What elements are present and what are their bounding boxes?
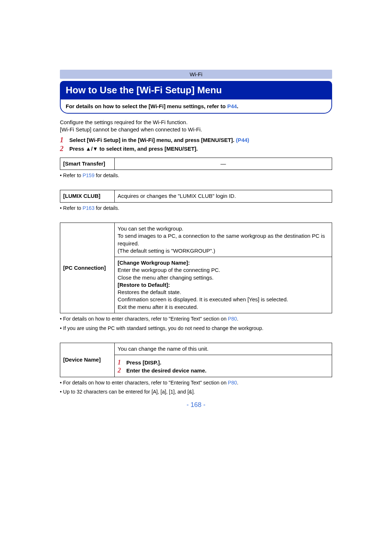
inner-step-text: Press [DISP.].: [126, 359, 161, 366]
table-label: [PC Connection]: [60, 223, 115, 313]
step-text: Select [Wi-Fi Setup] in the [Wi-Fi] menu…: [69, 136, 249, 144]
intro-line-1: Configure the settings required for the …: [60, 119, 332, 126]
pc-line: You can set the workgroup.: [118, 225, 329, 232]
inner-steps: 1 Press [DISP.]. 2 Enter the desired dev…: [118, 359, 329, 374]
step-1-text: Select [Wi-Fi Setup] in the [Wi-Fi] menu…: [69, 137, 236, 143]
page-number: - 168 -: [0, 401, 392, 409]
details-callout: For details on how to select the [Wi-Fi]…: [60, 99, 332, 114]
link-p44-inline[interactable]: (P44): [236, 137, 249, 143]
step-2-text-post: to select item, and press [MENU/SET].: [98, 146, 198, 152]
link-p80[interactable]: P80: [228, 316, 237, 322]
inner-step-text: Enter the desired device name.: [126, 367, 207, 374]
link-p80-b[interactable]: P80: [228, 380, 237, 386]
table-value-bottom: [Change Workgroup Name]: Enter the workg…: [115, 257, 332, 313]
note: • If you are using the PC with standard …: [60, 325, 332, 332]
link-p44[interactable]: P44: [227, 103, 237, 109]
sub-heading: [Change Workgroup Name]:: [118, 259, 329, 266]
note-text: • Refer to: [60, 172, 82, 178]
note-text: • For details on how to enter characters…: [60, 316, 228, 322]
table-value: Acquires or changes the "LUMIX CLUB" log…: [115, 190, 332, 202]
details-text-after: .: [237, 103, 238, 109]
step-number: 1: [60, 136, 69, 144]
note: • For details on how to enter characters…: [60, 315, 332, 323]
inner-step-number: 1: [118, 359, 126, 367]
note: • Refer to P163 for details.: [60, 205, 332, 212]
table-value-top: You can set the workgroup. To send image…: [115, 223, 332, 257]
inner-step-row: 1 Press [DISP.].: [118, 359, 329, 367]
pc-line: (The default setting is "WORKGROUP".): [118, 247, 329, 254]
link-p163[interactable]: P163: [82, 205, 94, 211]
step-2-text-pre: Press: [69, 146, 86, 152]
intro-line-2: [Wi-Fi Setup] cannot be changed when con…: [60, 126, 332, 133]
breadcrumb: Wi-Fi: [60, 70, 332, 79]
inner-step-number: 2: [118, 367, 126, 375]
sub-line: Restores the default state.: [118, 289, 329, 296]
sub-line: Confirmation screen is displayed. It is …: [118, 296, 329, 303]
table-value: —: [115, 158, 332, 170]
main-steps: 1 Select [Wi-Fi Setup] in the [Wi-Fi] me…: [60, 136, 332, 152]
table-label: [Device Name]: [60, 343, 115, 377]
note-text-post: for details.: [94, 205, 119, 211]
step-row: 2 Press ▲/▼ to select item, and press [M…: [60, 144, 332, 152]
table-label: [Smart Transfer]: [60, 158, 115, 170]
step-text: Press ▲/▼ to select item, and press [MEN…: [69, 144, 198, 152]
note-text-post: .: [237, 380, 238, 386]
sub-heading: [Restore to Default]:: [118, 281, 329, 289]
table-value-top: You can change the name of this unit.: [115, 343, 332, 355]
note: • Up to 32 characters can be entered for…: [60, 388, 332, 396]
table-lumix-club: [LUMIX CLUB] Acquires or changes the "LU…: [60, 190, 332, 202]
note-text-post: .: [237, 316, 238, 322]
table-label: [LUMIX CLUB]: [60, 190, 115, 202]
details-text: For details on how to select the [Wi-Fi]…: [66, 103, 227, 109]
step-row: 1 Select [Wi-Fi Setup] in the [Wi-Fi] me…: [60, 136, 332, 144]
step-number: 2: [60, 144, 69, 152]
note: • Refer to P159 for details.: [60, 172, 332, 179]
table-value-steps: 1 Press [DISP.]. 2 Enter the desired dev…: [115, 355, 332, 377]
link-p159[interactable]: P159: [82, 172, 94, 178]
table-device-name: [Device Name] You can change the name of…: [60, 343, 332, 377]
page-content: Wi-Fi How to Use the [Wi-Fi Setup] Menu …: [0, 0, 392, 396]
note-text: • For details on how to enter characters…: [60, 380, 228, 386]
note: • For details on how to enter characters…: [60, 379, 332, 387]
sub-line: Close the menu after changing settings.: [118, 274, 329, 281]
note-text-post: for details.: [94, 172, 119, 178]
inner-step-row: 2 Enter the desired device name.: [118, 367, 329, 375]
table-pc-connection: [PC Connection] You can set the workgrou…: [60, 223, 332, 313]
sub-line: Exit the menu after it is executed.: [118, 304, 329, 311]
intro-text: Configure the settings required for the …: [60, 119, 332, 134]
note-text: • Refer to: [60, 205, 82, 211]
pc-line: To send images to a PC, a connection to …: [118, 232, 329, 247]
sub-line: Enter the workgroup of the connecting PC…: [118, 266, 329, 274]
page-title: How to Use the [Wi-Fi Setup] Menu: [60, 81, 332, 99]
table-smart-transfer: [Smart Transfer] —: [60, 158, 332, 170]
arrow-up-down-icon: ▲/▼: [86, 146, 98, 152]
